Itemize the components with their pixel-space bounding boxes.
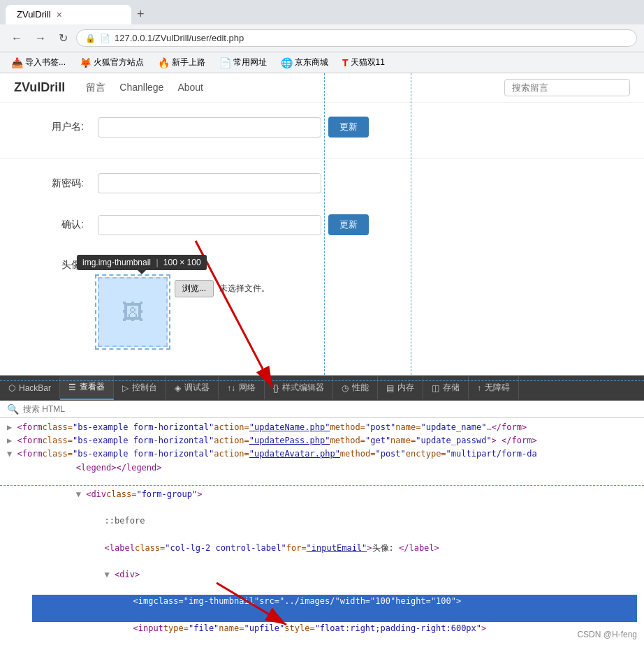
search-box	[504, 79, 630, 96]
html-line-1: ▶ <form class="bs-example form-horizonta…	[7, 421, 637, 434]
bookmark-common-icon: 📄	[219, 57, 231, 68]
accessibility-label: 无障碍	[485, 382, 510, 394]
devtools-tab-performance[interactable]: ◷ 性能	[333, 376, 378, 399]
refresh-button[interactable]: ↻	[54, 29, 72, 47]
security-icon: 🔒	[85, 34, 96, 43]
style-editor-icon: {}	[273, 383, 279, 393]
tab-close-button[interactable]: ×	[57, 9, 62, 20]
browser-tab[interactable]: ZVulDrill ×	[6, 5, 131, 24]
confirm-input[interactable]	[98, 215, 321, 235]
url-text: 127.0.0.1/ZVulDrill/user/edit.php	[115, 33, 628, 43]
avatar-image: 🖼	[98, 277, 168, 347]
bookmark-firefox-label: 火狐官方站点	[94, 57, 144, 68]
network-icon: ↑↓	[227, 383, 235, 393]
bookmark-tmall[interactable]: T 天猫双11	[338, 55, 389, 70]
html-line-9[interactable]: <img class="img-thumbnail" src="../image…	[32, 595, 637, 621]
newpass-label: 新密码:	[28, 177, 84, 190]
performance-label: 性能	[352, 382, 369, 394]
storage-label: 存储	[443, 382, 460, 394]
devtools-tabs: ⬡ HackBar ☰ 查看器 ▷ 控制台 ◈ 调试器 ↑↓ 网络 {} 样式编…	[0, 376, 644, 401]
avatar-label: 头像:	[28, 256, 84, 272]
bookmark-firefox[interactable]: 🦊 火狐官方站点	[75, 55, 148, 70]
storage-icon: ◫	[432, 383, 439, 393]
memory-label: 内存	[397, 382, 414, 394]
username-input[interactable]	[98, 117, 321, 138]
search-icon: 🔍	[7, 403, 19, 415]
browse-button[interactable]: 浏览...	[175, 280, 214, 297]
accessibility-icon: ↑	[477, 383, 481, 393]
performance-icon: ◷	[342, 383, 349, 393]
avatar-section: 头像: img.img-thumbnail | 100 × 100 🖼 浏览	[28, 256, 616, 347]
bookmark-tmall-label: 天猫双11	[351, 57, 385, 68]
bookmark-jd[interactable]: 🌐 京东商城	[277, 55, 332, 70]
site-header: ZVulDrill 留言 Chanllege About	[0, 73, 644, 103]
bookmark-import-icon: 📥	[11, 57, 23, 68]
nav-challenge[interactable]: Chanllege	[119, 82, 163, 94]
confirm-update-button[interactable]: 更新	[328, 214, 369, 235]
html-line-5: ▼ <div class="form-group">	[15, 488, 637, 514]
devtools-tab-inspector[interactable]: ☰ 查看器	[60, 376, 114, 400]
new-tab-button[interactable]: +	[131, 4, 150, 24]
html-line-8: ▼ <div>	[24, 568, 637, 595]
devtools-tab-network[interactable]: ↑↓ 网络	[219, 376, 265, 399]
bookmark-jd-icon: 🌐	[281, 57, 293, 68]
html-line-6: ::before	[24, 514, 637, 541]
memory-icon: ▤	[386, 383, 394, 393]
style-editor-label: 样式编辑器	[282, 382, 324, 394]
newpass-input[interactable]	[98, 173, 321, 193]
tooltip-separator: |	[156, 258, 158, 267]
devtools-tab-console[interactable]: ▷ 控制台	[114, 376, 166, 399]
search-input[interactable]	[504, 79, 630, 96]
confirm-label: 确认:	[28, 218, 84, 231]
site-brand: ZVulDrill	[14, 80, 65, 95]
html-line-10: <input type="file" name="upfile" style="…	[32, 622, 637, 645]
devtools-tab-accessibility[interactable]: ↑ 无障碍	[469, 376, 519, 399]
html-line-4: <legend></legend>	[15, 461, 637, 488]
address-bar[interactable]: 🔒 📄 127.0.0.1/ZVulDrill/user/edit.php	[76, 29, 637, 47]
hackbar-label: HackBar	[19, 383, 51, 393]
debugger-icon: ◈	[175, 383, 181, 393]
nav-about[interactable]: About	[177, 82, 203, 94]
html-content: ▶ <form class="bs-example form-horizonta…	[0, 418, 644, 645]
bookmark-common[interactable]: 📄 常用网址	[215, 55, 271, 70]
inspector-icon: ☰	[68, 383, 76, 392]
username-label: 用户名:	[28, 121, 84, 133]
bookmark-newbie-label: 新手上路	[172, 57, 205, 68]
tooltip-element: img.img-thumbnail	[82, 258, 151, 267]
tooltip-size: 100 × 100	[163, 258, 201, 267]
bookmark-newbie-icon: 🔥	[158, 57, 170, 68]
debugger-label: 调试器	[184, 382, 210, 394]
nav-bar: ← → ↻ 🔒 📄 127.0.0.1/ZVulDrill/user/edit.…	[0, 24, 644, 52]
devtools-tab-storage[interactable]: ◫ 存储	[423, 376, 469, 399]
html-line-7: <label class="col-lg-2 control-label" fo…	[24, 542, 637, 568]
username-update-button[interactable]: 更新	[328, 117, 369, 138]
html-line-3: ▼ <form class="bs-example form-horizonta…	[7, 447, 637, 461]
back-button[interactable]: ←	[7, 29, 27, 47]
bookmark-common-label: 常用网址	[233, 57, 267, 68]
tab-bar: ZVulDrill × +	[0, 0, 644, 24]
console-icon: ▷	[122, 383, 129, 393]
bookmarks-bar: 📥 导入书签... 🦊 火狐官方站点 🔥 新手上路 📄 常用网址 🌐 京东商城 …	[0, 52, 644, 73]
bookmark-import[interactable]: 📥 导入书签...	[7, 55, 70, 70]
watermark: CSDN @H-feng	[577, 630, 637, 639]
bookmark-jd-label: 京东商城	[295, 57, 328, 68]
devtools-tab-memory[interactable]: ▤ 内存	[378, 376, 423, 399]
devtools-tab-debugger[interactable]: ◈ 调试器	[166, 376, 219, 399]
form-area: 用户名: 更新 新密码: 确认: 更新 头像:	[0, 103, 644, 375]
devtools-search-input[interactable]	[23, 404, 637, 414]
console-label: 控制台	[132, 382, 157, 394]
inspector-label: 查看器	[80, 381, 105, 393]
bookmark-newbie[interactable]: 🔥 新手上路	[154, 55, 210, 70]
nav-liuyan[interactable]: 留言	[86, 82, 105, 94]
site-nav: 留言 Chanllege About	[86, 82, 203, 94]
devtools: ⬡ HackBar ☰ 查看器 ▷ 控制台 ◈ 调试器 ↑↓ 网络 {} 样式编…	[0, 375, 644, 645]
newpass-group: 新密码:	[28, 173, 616, 193]
html-line-2: ▶ <form class="bs-example form-horizonta…	[7, 434, 637, 447]
devtools-tab-hackbar[interactable]: ⬡ HackBar	[0, 378, 60, 399]
devtools-tab-style-editor[interactable]: {} 样式编辑器	[265, 376, 333, 399]
forward-button[interactable]: →	[31, 29, 50, 47]
no-file-text: 未选择文件。	[219, 283, 270, 295]
image-placeholder-icon: 🖼	[122, 299, 144, 325]
tab-title: ZVulDrill	[17, 9, 51, 20]
devtools-search-bar: 🔍	[0, 401, 644, 418]
